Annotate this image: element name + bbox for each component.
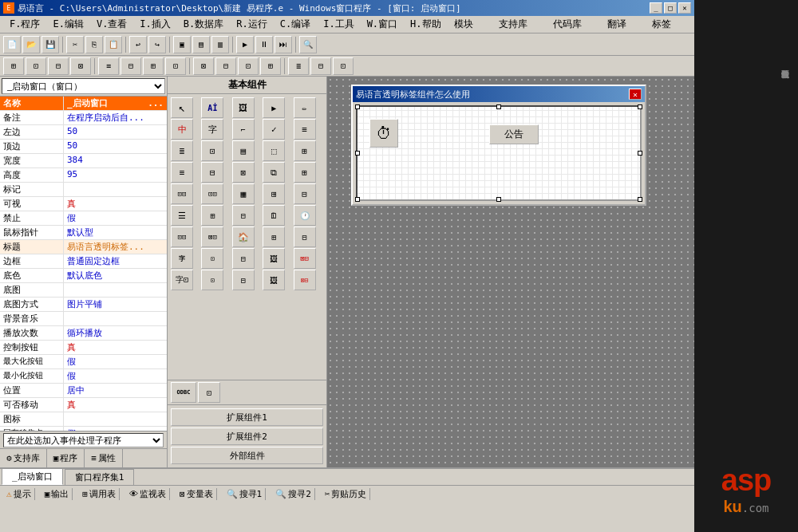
comp-r26[interactable]: ☰: [171, 205, 193, 226]
comp-r11[interactable]: ≣: [171, 140, 193, 161]
tb-copy[interactable]: ⎘: [85, 36, 103, 53]
comp-font[interactable]: 字: [201, 119, 223, 140]
prop-row-禁止[interactable]: 禁止 假: [0, 211, 167, 226]
comp-r36[interactable]: 字: [171, 248, 193, 269]
handle-br[interactable]: [638, 197, 642, 202]
menu-tools[interactable]: I.工具: [317, 16, 360, 33]
tab-properties[interactable]: ≡属性: [85, 449, 123, 467]
menu-window[interactable]: W.窗口: [361, 16, 404, 33]
prop-row-播放次数[interactable]: 播放次数 循环播放: [0, 326, 167, 341]
tb-new[interactable]: 📄: [3, 36, 21, 53]
comp-r33[interactable]: 🏠: [232, 227, 255, 247]
menu-module[interactable]: 模块: [448, 16, 480, 33]
prop-row-背景音乐[interactable]: 背景音乐: [0, 312, 167, 326]
menu-file[interactable]: F.程序: [3, 16, 46, 33]
handle-tr[interactable]: [638, 104, 642, 109]
prop-row-标记[interactable]: 标记: [0, 183, 167, 197]
tb-cut[interactable]: ✂: [66, 36, 84, 53]
menu-insert[interactable]: I.插入: [133, 16, 176, 33]
prop-row-可视[interactable]: 可视 真: [0, 197, 167, 211]
prop-row-左边[interactable]: 左边 50: [0, 125, 167, 140]
window-selector[interactable]: _启动窗口（窗口）: [2, 78, 165, 94]
status-output[interactable]: ▣ 输出: [41, 488, 73, 500]
handle-tl[interactable]: [355, 104, 360, 109]
tb2-b12[interactable]: ⊞: [260, 57, 281, 75]
tb-open[interactable]: 📂: [22, 36, 40, 53]
status-vars[interactable]: ⊠ 变量表: [176, 488, 217, 500]
prop-row-最大化按钮[interactable]: 最大化按钮 假: [0, 355, 167, 369]
menu-tag[interactable]: 标签: [646, 16, 678, 33]
prop-row-鼠标指针[interactable]: 鼠标指针 默认型: [0, 226, 167, 240]
tb-undo[interactable]: ↩: [129, 36, 147, 53]
comp-edit[interactable]: ✏: [294, 97, 316, 118]
expand-btn-1[interactable]: 扩展组件1: [171, 408, 323, 426]
comp-btn4[interactable]: ▶: [263, 97, 285, 118]
comp-r17[interactable]: ⊟: [201, 162, 223, 183]
minimize-btn[interactable]: _: [650, 2, 662, 14]
comp-r44[interactable]: 🖼: [263, 270, 285, 290]
prop-row-控制按钮[interactable]: 控制按钮 真: [0, 341, 167, 355]
tb-save[interactable]: 💾: [41, 36, 59, 53]
prop-row-标题[interactable]: 标题 易语言透明标签...: [0, 240, 167, 254]
comp-r40[interactable]: ⊠⊟: [294, 248, 316, 269]
status-search1[interactable]: 🔍 搜寻1: [223, 488, 267, 500]
comp-r30[interactable]: 🕐: [294, 205, 316, 226]
comp-r38[interactable]: ⊟: [232, 248, 255, 269]
tb-paste[interactable]: 📋: [105, 36, 122, 53]
tb2-b1[interactable]: ⊞: [3, 57, 24, 75]
comp-r16[interactable]: ≡: [171, 162, 193, 183]
tb-debug[interactable]: ⏭: [275, 36, 292, 53]
prop-row-备注[interactable]: 备注 在程序启动后自...: [0, 111, 167, 125]
prop-row-底图方式[interactable]: 底图方式 图片平铺: [0, 298, 167, 312]
tb2-b6[interactable]: ⊟: [120, 57, 141, 75]
prop-row-可否移动[interactable]: 可否移动 真: [0, 398, 167, 412]
prop-row-边框[interactable]: 边框 普通固定边框: [0, 254, 167, 269]
prop-row-底色[interactable]: 底色 默认底色: [0, 269, 167, 283]
tb2-b11[interactable]: ⊡: [238, 57, 259, 75]
handle-ml[interactable]: [355, 151, 360, 156]
tab-support-lib[interactable]: ⚙支持库: [0, 449, 47, 467]
status-clip-history[interactable]: ✂ 剪贴历史: [322, 488, 371, 500]
tb-run[interactable]: ▶: [236, 36, 254, 53]
comp-r24[interactable]: ⊞: [263, 183, 285, 204]
tb2-b13[interactable]: ≣: [288, 57, 309, 75]
status-hint[interactable]: 提示: [14, 488, 31, 500]
comp-r22[interactable]: ⊡⊡: [201, 183, 223, 204]
handle-bl[interactable]: [355, 197, 360, 202]
menu-database[interactable]: B.数据库: [177, 16, 230, 33]
handle-mr[interactable]: [638, 151, 642, 156]
status-search2[interactable]: 🔍 搜寻2: [272, 488, 315, 500]
design-canvas[interactable]: 易语言透明标签组件怎么使用 ✕ ⏱: [327, 77, 694, 467]
tb2-b5[interactable]: ≡: [98, 57, 119, 75]
comp-r37[interactable]: ⊡: [201, 248, 223, 269]
comp-r42[interactable]: ⊡: [201, 270, 223, 290]
comp-r10[interactable]: ≡: [294, 119, 316, 140]
tb2-b2[interactable]: ⊡: [26, 57, 46, 75]
comp-r41[interactable]: 字⊡: [171, 270, 193, 290]
tb2-b7[interactable]: ⊞: [143, 57, 164, 75]
tb2-b14[interactable]: ⊟: [310, 57, 331, 75]
menu-compile[interactable]: C.编译: [274, 16, 317, 33]
menu-translate[interactable]: 翻译: [601, 16, 633, 33]
menu-library[interactable]: 支持库: [492, 16, 534, 33]
status-call-table[interactable]: ⊞ 调用表: [79, 488, 120, 500]
comp-image[interactable]: 🖼: [232, 97, 255, 118]
event-selector[interactable]: 在此处选加入事件处理子程序: [3, 433, 164, 447]
comp-r19[interactable]: ⧉: [263, 162, 285, 183]
tab-startup-window[interactable]: _启动窗口: [2, 468, 63, 485]
tb2-b4[interactable]: ⊠: [70, 57, 91, 75]
comp-select[interactable]: ↖: [171, 97, 193, 118]
comp-r15[interactable]: ⊞: [294, 140, 316, 161]
close-btn[interactable]: ✕: [678, 2, 691, 14]
comp-r18[interactable]: ⊠: [232, 162, 255, 183]
comp-r35[interactable]: ⊟: [294, 227, 316, 247]
handle-tm[interactable]: [496, 104, 501, 109]
comp-r20[interactable]: ⊞: [294, 162, 316, 183]
prop-row-宽度[interactable]: 宽度 384: [0, 154, 167, 168]
comp-r25[interactable]: ⊟: [294, 183, 316, 204]
tab-program[interactable]: ▣程序: [47, 449, 85, 467]
maximize-btn[interactable]: □: [664, 2, 677, 14]
status-monitor[interactable]: 👁 监视表: [126, 488, 170, 500]
comp-r45[interactable]: ⊠⊟: [294, 270, 316, 290]
expand-btn-2[interactable]: 扩展组件2: [171, 428, 323, 445]
